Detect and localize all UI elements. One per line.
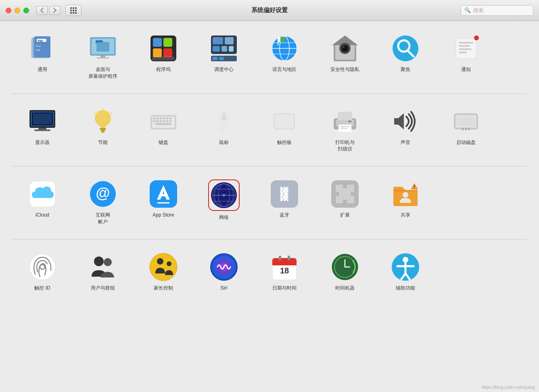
pref-bluetooth[interactable]: 蓝牙 xyxy=(254,175,315,225)
pref-touchid[interactable]: 触控 ID xyxy=(12,248,73,298)
all-prefs-button[interactable] xyxy=(65,5,81,16)
pref-language[interactable]: 语言与地区 xyxy=(254,29,315,79)
svg-rect-99 xyxy=(468,128,470,130)
network-label: 网络 xyxy=(219,214,229,221)
svg-rect-15 xyxy=(153,38,162,47)
section-personal: File New Ope 通用 xyxy=(12,29,527,86)
svg-rect-16 xyxy=(163,38,172,47)
svg-rect-70 xyxy=(159,117,162,119)
pref-startup[interactable]: 启动磁盘 xyxy=(436,102,496,152)
svg-rect-27 xyxy=(213,57,217,60)
svg-point-141 xyxy=(403,257,408,263)
pref-notifications[interactable]: 通知 xyxy=(436,29,496,79)
svg-rect-61 xyxy=(100,129,105,131)
energy-icon xyxy=(88,107,117,136)
dock-icon xyxy=(149,34,178,63)
pref-general[interactable]: File New Ope 通用 xyxy=(12,29,73,79)
users-icon xyxy=(88,252,117,281)
forward-button[interactable] xyxy=(49,6,61,15)
mission-icon xyxy=(209,34,238,63)
pref-accessibility[interactable]: 辅助功能 xyxy=(375,248,436,298)
svg-rect-51 xyxy=(459,48,472,50)
datetime-label: 日期与时间 xyxy=(272,285,297,292)
pref-sharing[interactable]: ! 共享 xyxy=(375,175,436,225)
pref-mouse[interactable]: 鼠标 xyxy=(194,102,254,152)
svg-rect-18 xyxy=(163,48,172,57)
bluetooth-label: 蓝牙 xyxy=(280,212,289,219)
svg-rect-87 xyxy=(338,112,352,120)
svg-rect-130 xyxy=(279,256,281,261)
svg-rect-80 xyxy=(155,123,171,125)
pref-datetime[interactable]: JUL 18 日期与时间 xyxy=(254,248,315,298)
notifications-label: 通知 xyxy=(461,66,471,73)
pref-energy[interactable]: 节能 xyxy=(73,102,133,152)
svg-rect-82 xyxy=(222,115,226,120)
printers-label: 打印机与扫描仪 xyxy=(335,139,355,153)
keyboard-label: 键盘 xyxy=(159,139,168,146)
pref-displays[interactable]: 显示器 xyxy=(12,102,73,152)
close-button[interactable] xyxy=(6,8,11,13)
pref-network[interactable]: 网络 xyxy=(194,175,254,227)
timemachine-icon xyxy=(330,252,359,281)
pref-printers[interactable]: 打印机与扫描仪 xyxy=(315,102,375,159)
svg-rect-76 xyxy=(159,120,162,122)
accessibility-label: 辅助功能 xyxy=(396,285,415,292)
svg-point-43 xyxy=(343,46,345,48)
svg-point-121 xyxy=(94,256,104,266)
pref-desktop[interactable]: 桌面与屏幕保护程序 xyxy=(73,29,133,86)
general-label: 通用 xyxy=(38,66,47,73)
pref-siri[interactable]: Siri xyxy=(194,248,254,298)
svg-rect-97 xyxy=(462,128,464,130)
svg-rect-129 xyxy=(272,262,297,265)
pref-internet[interactable]: @ 互联网帐户 xyxy=(73,175,133,232)
section-hardware: 显示器 xyxy=(12,102,527,159)
svg-text:File: File xyxy=(38,40,43,42)
svg-rect-57 xyxy=(38,128,46,129)
pref-parental[interactable]: 家长控制 xyxy=(133,248,194,298)
svg-rect-22 xyxy=(225,37,234,44)
pref-dock[interactable]: 程序坞 xyxy=(133,29,194,79)
svg-point-44 xyxy=(393,35,418,61)
svg-text:Ope: Ope xyxy=(36,49,41,51)
svg-rect-79 xyxy=(169,120,171,122)
bluetooth-icon xyxy=(270,179,299,209)
svg-rect-78 xyxy=(166,120,168,122)
svg-rect-50 xyxy=(459,45,470,47)
svg-rect-11 xyxy=(96,42,109,52)
maximize-button[interactable] xyxy=(23,8,29,13)
pref-security[interactable]: 安全性与隐私 xyxy=(315,29,375,79)
svg-rect-21 xyxy=(213,37,223,44)
pref-mission[interactable]: 调度中心 xyxy=(194,29,254,79)
svg-rect-23 xyxy=(213,46,220,52)
svg-line-65 xyxy=(111,113,112,114)
language-icon xyxy=(270,34,299,63)
svg-rect-71 xyxy=(163,117,165,119)
svg-text:18: 18 xyxy=(280,266,289,275)
pref-timemachine[interactable]: 时间机器 xyxy=(315,248,375,298)
pref-extensions[interactable]: 扩展 xyxy=(315,175,375,225)
search-box[interactable]: 🔍 搜索 xyxy=(461,5,533,16)
svg-point-119 xyxy=(29,254,55,280)
svg-rect-17 xyxy=(153,48,162,57)
watermark: https://blog.csdn.net/quang xyxy=(482,385,535,390)
svg-rect-60 xyxy=(100,128,106,129)
svg-point-113 xyxy=(223,194,225,196)
svg-rect-74 xyxy=(153,120,155,122)
svg-rect-77 xyxy=(163,120,165,122)
svg-rect-68 xyxy=(153,117,155,119)
pref-keyboard[interactable]: 键盘 xyxy=(133,102,194,152)
pref-icloud[interactable]: iCloud xyxy=(12,175,73,225)
startup-icon xyxy=(451,107,481,136)
trackpad-icon xyxy=(270,107,299,136)
pref-users[interactable]: 用户与群组 xyxy=(73,248,133,298)
back-button[interactable] xyxy=(36,6,48,15)
svg-rect-62 xyxy=(101,131,104,133)
siri-label: Siri xyxy=(220,285,227,292)
pref-sound[interactable]: 声音 xyxy=(375,102,436,152)
svg-point-122 xyxy=(104,258,112,266)
pref-appstore[interactable]: App Store xyxy=(133,175,194,225)
minimize-button[interactable] xyxy=(15,8,20,13)
desktop-icon xyxy=(88,34,117,63)
pref-trackpad[interactable]: 触控板 xyxy=(254,102,315,152)
pref-spotlight[interactable]: 聚焦 xyxy=(375,29,436,79)
